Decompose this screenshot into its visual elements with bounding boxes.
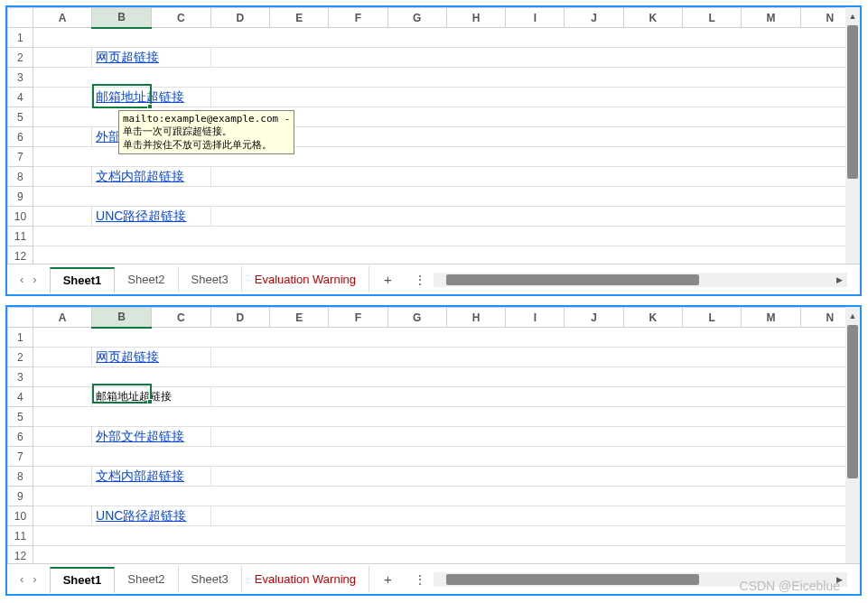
prev-sheet-icon[interactable]: ‹: [20, 572, 23, 586]
tab-sheet1[interactable]: Sheet1: [50, 267, 116, 293]
col-K[interactable]: K: [623, 308, 682, 328]
col-L[interactable]: L: [682, 308, 741, 328]
cell[interactable]: [210, 207, 859, 227]
row-10[interactable]: 10: [8, 506, 33, 526]
cell[interactable]: [33, 467, 91, 487]
tab-sheet3[interactable]: Sheet3: [179, 266, 242, 292]
hyperlink[interactable]: 网页超链接: [96, 50, 159, 64]
cell-B4[interactable]: 邮箱地址超链接: [92, 88, 211, 107]
row-4[interactable]: 4: [8, 88, 33, 107]
row-9[interactable]: 9: [8, 187, 33, 207]
cell[interactable]: [33, 526, 859, 546]
row-8[interactable]: 8: [8, 167, 33, 187]
cell[interactable]: [33, 88, 91, 107]
hyperlink[interactable]: 外部文件超链接: [96, 429, 184, 443]
col-D[interactable]: D: [210, 308, 269, 328]
col-J[interactable]: J: [565, 308, 623, 328]
add-sheet-button[interactable]: +: [369, 272, 406, 287]
corner-cell[interactable]: [8, 8, 33, 28]
row-11[interactable]: 11: [8, 227, 33, 246]
hyperlink[interactable]: 文档内部超链接: [96, 169, 184, 183]
scroll-up-icon[interactable]: ▲: [845, 309, 860, 323]
col-G[interactable]: G: [387, 308, 446, 328]
cell[interactable]: [210, 348, 859, 367]
cell[interactable]: [210, 427, 859, 447]
col-C[interactable]: C: [151, 308, 210, 328]
col-E[interactable]: E: [270, 308, 329, 328]
cell-B8[interactable]: 文档内部超链接: [92, 467, 211, 487]
more-sheets-icon[interactable]: ⋮: [406, 572, 434, 587]
row-7[interactable]: 7: [8, 147, 33, 167]
cell[interactable]: [33, 487, 859, 506]
more-sheets-icon[interactable]: ⋮: [406, 273, 434, 287]
horizontal-scrollbar[interactable]: ▶: [434, 273, 847, 287]
tab-evaluation-warning[interactable]: Evaluation Warning: [242, 266, 369, 292]
col-H[interactable]: H: [446, 308, 505, 328]
next-sheet-icon[interactable]: ›: [33, 572, 36, 586]
row-9[interactable]: 9: [8, 487, 33, 506]
hyperlink[interactable]: 文档内部超链接: [96, 468, 184, 483]
next-sheet-icon[interactable]: ›: [33, 273, 36, 286]
cell[interactable]: [33, 207, 91, 227]
col-F[interactable]: F: [329, 308, 387, 328]
cell-B2[interactable]: 网页超链接: [92, 48, 211, 68]
row-1[interactable]: 1: [8, 328, 33, 348]
col-A[interactable]: A: [33, 8, 91, 28]
row-10[interactable]: 10: [8, 207, 33, 227]
col-G[interactable]: G: [387, 8, 446, 28]
hyperlink[interactable]: 网页超链接: [96, 349, 159, 364]
cell[interactable]: [210, 167, 859, 187]
col-B[interactable]: B: [92, 308, 152, 328]
grid-area[interactable]: A B C D E F G H I J K L M N 1 2: [7, 307, 860, 566]
tab-sheet2[interactable]: Sheet2: [115, 566, 178, 592]
grid-area[interactable]: A B C D E F G H I J K L M N 1 2: [7, 7, 860, 266]
cell[interactable]: [210, 88, 859, 107]
cell[interactable]: [33, 427, 91, 447]
cell-B4[interactable]: 邮箱地址超链接: [92, 387, 211, 407]
cell[interactable]: [33, 167, 91, 187]
cell[interactable]: [33, 447, 859, 467]
cell[interactable]: [33, 387, 91, 407]
cell[interactable]: [33, 348, 91, 367]
cell[interactable]: [33, 68, 859, 88]
col-H[interactable]: H: [446, 8, 505, 28]
col-I[interactable]: I: [506, 308, 565, 328]
cell[interactable]: [33, 328, 859, 348]
col-K[interactable]: K: [623, 8, 682, 28]
row-7[interactable]: 7: [8, 447, 33, 467]
row-8[interactable]: 8: [8, 467, 33, 487]
col-M[interactable]: M: [742, 8, 800, 28]
prev-sheet-icon[interactable]: ‹: [20, 273, 23, 286]
add-sheet-button[interactable]: +: [369, 571, 406, 587]
cell[interactable]: [33, 506, 91, 526]
cell[interactable]: [33, 127, 91, 147]
cell-B6[interactable]: 外部文件超链接: [92, 427, 211, 447]
col-F[interactable]: F: [329, 8, 387, 28]
row-6[interactable]: 6: [8, 427, 33, 447]
col-I[interactable]: I: [506, 8, 565, 28]
col-B[interactable]: B: [92, 8, 152, 28]
row-1[interactable]: 1: [8, 28, 33, 48]
col-M[interactable]: M: [742, 308, 800, 328]
cell[interactable]: [33, 48, 91, 68]
tab-evaluation-warning[interactable]: Evaluation Warning: [242, 566, 369, 592]
row-11[interactable]: 11: [8, 526, 33, 546]
hscroll-thumb[interactable]: [446, 274, 699, 285]
row-6[interactable]: 6: [8, 127, 33, 147]
cell-B8[interactable]: 文档内部超链接: [92, 167, 211, 187]
cell-B10[interactable]: UNC路径超链接: [92, 506, 211, 526]
col-J[interactable]: J: [565, 8, 623, 28]
col-L[interactable]: L: [682, 8, 741, 28]
corner-cell[interactable]: [8, 308, 33, 328]
hyperlink[interactable]: 外部: [96, 129, 121, 144]
cell[interactable]: [210, 387, 859, 407]
cell[interactable]: [210, 467, 859, 487]
col-D[interactable]: D: [210, 8, 269, 28]
row-5[interactable]: 5: [8, 107, 33, 127]
row-3[interactable]: 3: [8, 68, 33, 88]
row-2[interactable]: 2: [8, 348, 33, 367]
col-E[interactable]: E: [270, 8, 329, 28]
cell[interactable]: [210, 48, 859, 68]
cell[interactable]: [33, 187, 859, 207]
row-5[interactable]: 5: [8, 407, 33, 427]
